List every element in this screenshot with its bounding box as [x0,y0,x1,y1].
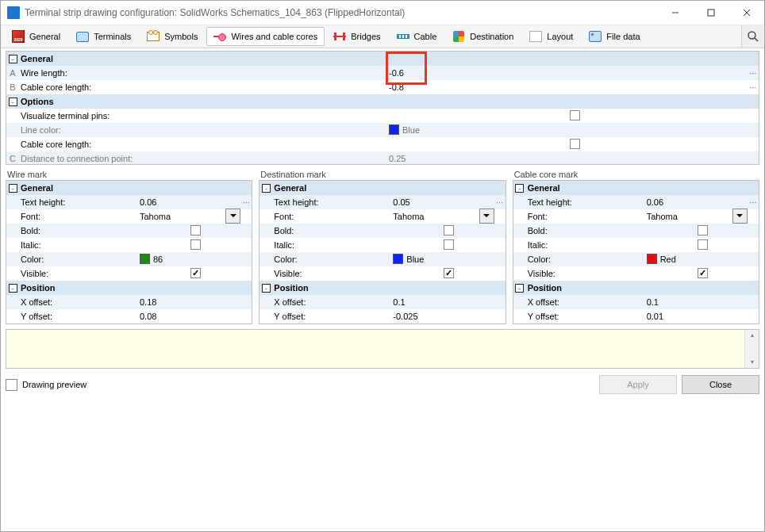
italic-checkbox[interactable] [190,239,201,250]
row-y-offset[interactable]: Y offset:0.01 [513,309,759,323]
row-visible[interactable]: Visible: [259,266,505,281]
collapse-icon[interactable] [9,284,17,293]
row-color[interactable]: Color:86 [6,252,252,266]
y-offset-value[interactable]: 0.08 [138,312,240,321]
cable-core-length-value[interactable]: -0.8 [387,82,748,92]
italic-checkbox[interactable] [444,239,454,250]
font-value[interactable]: Tahoma [647,212,678,221]
tab-symbols[interactable]: Symbols [140,27,205,46]
section-general[interactable]: General [6,181,252,195]
section-general[interactable]: General [513,181,759,195]
text-height-value[interactable]: 0.06 [138,197,240,207]
visible-checkbox[interactable] [698,268,708,278]
more-icon[interactable]: ··· [748,197,759,207]
row-color[interactable]: Color:Red [513,252,759,266]
dropdown-icon[interactable] [732,209,748,224]
row-bold[interactable]: Bold: [6,224,252,238]
section-position[interactable]: Position [6,281,252,295]
section-position[interactable]: Position [513,281,759,295]
row-text-height[interactable]: Text height:0.05··· [259,195,505,209]
line-color-swatch[interactable] [389,124,399,135]
tab-bridges[interactable]: Bridges [326,27,387,46]
text-height-value[interactable]: 0.06 [645,197,748,207]
scroll-down-icon[interactable]: ▾ [751,357,754,368]
more-icon[interactable]: ··· [748,82,759,92]
x-offset-value[interactable]: 0.1 [391,297,494,307]
collapse-icon[interactable] [9,184,17,193]
row-font[interactable]: Font:Tahoma [513,209,759,224]
cable-core-length-checkbox[interactable] [570,139,580,149]
row-bold[interactable]: Bold: [513,224,759,238]
more-icon[interactable]: ··· [748,68,759,78]
row-distance-cp[interactable]: CDistance to connection point:0.25 [6,151,759,165]
close-window-button[interactable] [728,2,764,25]
close-button[interactable]: Close [682,375,759,394]
drawing-preview-checkbox[interactable] [6,379,17,391]
row-text-height[interactable]: Text height:0.06··· [6,195,252,209]
row-x-offset[interactable]: X offset:0.1 [513,295,759,309]
collapse-icon[interactable] [262,184,271,193]
tab-file-data[interactable]: File data [582,27,647,46]
bold-checkbox[interactable] [444,225,454,235]
scroll-up-icon[interactable]: ▴ [751,330,754,341]
section-options[interactable]: Options [6,94,759,109]
bold-checkbox[interactable] [190,225,201,235]
visible-checkbox[interactable] [444,268,454,278]
x-offset-value[interactable]: 0.1 [645,297,748,307]
font-value[interactable]: Tahoma [393,212,424,221]
visualize-pins-checkbox[interactable] [570,110,580,121]
search-button[interactable] [741,25,764,48]
tab-wires[interactable]: Wires and cable cores [206,27,325,46]
row-italic[interactable]: Italic: [259,238,505,252]
section-position[interactable]: Position [259,281,505,295]
dropdown-icon[interactable] [225,209,240,224]
row-cable-core-length[interactable]: BCable core length:-0.8··· [6,80,759,94]
more-icon[interactable]: ··· [494,197,506,207]
distance-cp-value[interactable]: 0.25 [387,154,748,163]
tab-terminals[interactable]: Terminals [69,27,138,46]
maximize-button[interactable] [693,2,728,25]
log-scrollbar[interactable]: ▴▾ [744,330,759,368]
row-italic[interactable]: Italic: [513,238,759,252]
text-height-value[interactable]: 0.05 [391,197,494,207]
color-swatch[interactable] [140,254,150,264]
tab-general[interactable]: General [5,27,67,46]
row-y-offset[interactable]: Y offset:0.08 [6,309,252,323]
collapse-icon[interactable] [9,98,17,106]
collapse-icon[interactable] [515,184,524,193]
row-font[interactable]: Font:Tahoma [259,209,505,224]
tab-cable[interactable]: Cable [390,27,444,46]
wire-length-value[interactable]: -0.6 [387,68,748,78]
row-visible[interactable]: Visible: [6,266,252,281]
color-swatch[interactable] [647,254,657,264]
section-general[interactable]: General [259,181,505,195]
row-visualize-pins[interactable]: Visualize terminal pins: [6,109,759,123]
collapse-icon[interactable] [262,284,271,293]
row-x-offset[interactable]: X offset:0.1 [259,295,505,309]
collapse-icon[interactable] [515,284,524,293]
row-y-offset[interactable]: Y offset:-0.025 [259,309,505,323]
apply-button[interactable]: Apply [599,375,677,394]
color-swatch[interactable] [393,254,403,264]
row-line-color[interactable]: Line color:Blue [6,123,759,137]
visible-checkbox[interactable] [190,268,201,278]
row-font[interactable]: Font:Tahoma [6,209,252,224]
row-visible[interactable]: Visible: [513,266,759,281]
row-color[interactable]: Color:Blue [259,252,505,266]
x-offset-value[interactable]: 0.18 [138,297,240,307]
row-x-offset[interactable]: X offset:0.18 [6,295,252,309]
y-offset-value[interactable]: 0.01 [645,312,748,321]
row-text-height[interactable]: Text height:0.06··· [513,195,759,209]
more-icon[interactable]: ··· [240,197,252,207]
tab-destination[interactable]: Destination [445,27,521,46]
collapse-icon[interactable] [9,55,17,63]
row-cable-core-length-2[interactable]: Cable core length: [6,137,759,151]
row-wire-length[interactable]: AWire length:-0.6··· [6,66,759,80]
tab-layout[interactable]: Layout [522,27,580,46]
section-general[interactable]: General [6,52,759,66]
row-italic[interactable]: Italic: [6,238,252,252]
font-value[interactable]: Tahoma [140,212,171,221]
minimize-button[interactable] [657,2,693,25]
bold-checkbox[interactable] [698,225,708,235]
italic-checkbox[interactable] [698,239,708,250]
